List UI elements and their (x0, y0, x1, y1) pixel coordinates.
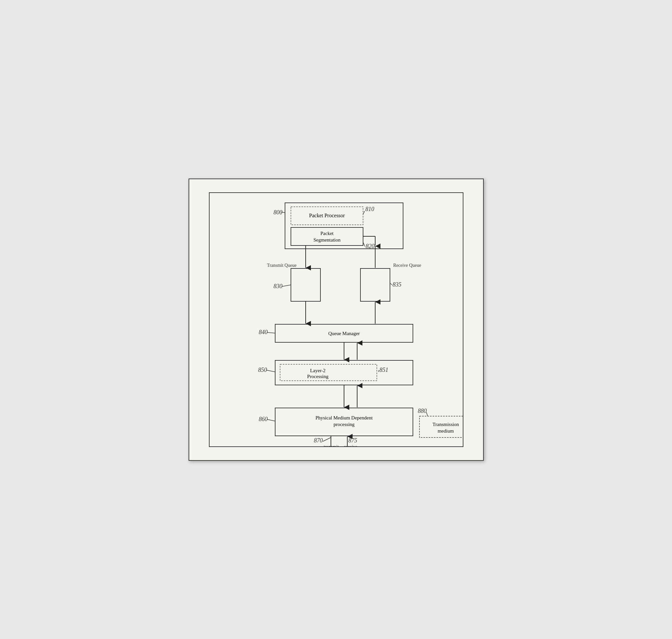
svg-rect-6 (361, 268, 390, 301)
transmission-medium-label2: medium (437, 428, 453, 434)
svg-line-25 (363, 211, 365, 214)
transmit-label: transmit (324, 445, 339, 446)
svg-rect-10 (275, 408, 413, 436)
packet-segmentation-label2: Segmentation (313, 237, 340, 243)
svg-line-28 (390, 283, 392, 285)
packet-processor-label: Packet Processor (309, 213, 345, 218)
receive-label: receive (344, 445, 357, 446)
svg-rect-8 (275, 360, 413, 385)
ref-880: 880 (418, 408, 427, 414)
pmd-label1: Physical Medium Dependent (315, 415, 372, 420)
queue-manager-label: Queue Manager (328, 331, 359, 336)
transmit-queue-header: Transmit Queue (267, 263, 297, 268)
page: Packet Processor Packet Segmentation Que… (189, 178, 484, 461)
svg-rect-11 (419, 416, 463, 437)
pmd-label2: processing (333, 422, 354, 427)
ref-800: 800 (273, 209, 282, 216)
svg-line-29 (267, 332, 275, 333)
ref-870: 870 (314, 437, 323, 444)
svg-line-33 (323, 437, 331, 441)
ref-860: 860 (259, 416, 268, 422)
ref-835: 835 (393, 281, 401, 288)
receive-queue-header: Receive Queue (393, 263, 421, 268)
ref-850: 850 (258, 367, 267, 373)
ref-810: 810 (365, 206, 374, 212)
layer2-label: Layer-2 (310, 368, 325, 373)
ref-875: 875 (348, 437, 357, 444)
ref-851: 851 (380, 367, 388, 373)
svg-rect-7 (275, 324, 413, 342)
svg-line-30 (267, 370, 275, 372)
diagram-container: Packet Processor Packet Segmentation Que… (209, 192, 463, 447)
ref-840: 840 (259, 329, 268, 336)
diagram-svg: Packet Processor Packet Segmentation Que… (210, 193, 463, 446)
svg-line-26 (363, 242, 365, 247)
transmission-medium-label1: Transmission (432, 422, 459, 427)
svg-line-24 (281, 212, 285, 213)
svg-line-32 (267, 419, 275, 421)
svg-rect-5 (291, 268, 320, 301)
packet-segmentation-label: Packet (320, 231, 334, 236)
svg-line-31 (379, 370, 379, 372)
svg-line-27 (282, 285, 291, 286)
layer2-label2: Processing (307, 374, 328, 379)
svg-rect-3 (291, 207, 363, 225)
svg-line-34 (426, 412, 428, 416)
ref-830: 830 (273, 283, 282, 290)
svg-rect-4 (291, 228, 363, 246)
svg-rect-2 (285, 203, 403, 249)
svg-rect-9 (280, 364, 377, 381)
ref-820: 820 (366, 243, 374, 249)
